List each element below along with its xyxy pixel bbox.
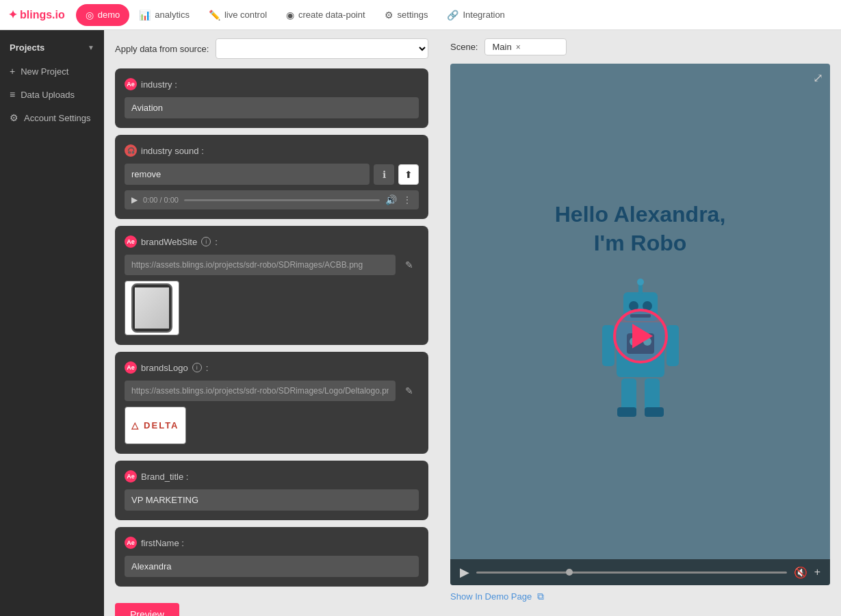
tab-settings-label: settings [398, 10, 428, 20]
brands-logo-field-label: Ae brandsLogo i : [125, 361, 419, 374]
list-icon: ≡ [10, 89, 15, 100]
apply-source-select[interactable] [216, 38, 428, 59]
brand-website-url-input[interactable] [125, 255, 396, 275]
video-container: ⤢ Hello Alexandra, I'm Robo [450, 64, 830, 585]
tab-live-control[interactable]: ✏️ live control [199, 4, 276, 26]
integration-icon: 🔗 [447, 10, 458, 21]
projects-label: Projects [10, 42, 44, 53]
sound-upload-btn[interactable]: ⬆ [398, 164, 419, 185]
brand-website-info-icon[interactable]: i [201, 237, 211, 246]
external-link-icon: ⧉ [537, 591, 544, 602]
brands-logo-label-text: brandsLogo [141, 363, 188, 373]
tab-integration[interactable]: 🔗 Integration [437, 4, 514, 26]
ae-icon: Ae [125, 78, 137, 90]
brand-website-card: Ae brandWebSite i : ✎ [115, 226, 428, 345]
industry-input[interactable] [125, 97, 419, 118]
industry-sound-card: 🎧 industry sound : ℹ ⬆ ▶ 0:00 / 0:00 🔊 ⋮ [115, 135, 428, 219]
brand-website-url-row: ✎ [125, 255, 419, 275]
controls-progress-bar[interactable] [476, 572, 787, 574]
brand-website-field-label: Ae brandWebSite i : [125, 235, 419, 248]
first-name-card: Ae firstName : [115, 527, 428, 587]
brands-logo-url-input[interactable] [125, 381, 396, 401]
tab-create-label: create data-point [298, 10, 365, 20]
scene-close-icon[interactable]: × [516, 42, 521, 52]
settings-icon: ⚙ [385, 10, 393, 21]
brand-website-edit-btn[interactable]: ✎ [400, 255, 419, 274]
expand-icon[interactable]: ⤢ [813, 70, 823, 86]
video-text-line2: I'm Robo [555, 229, 726, 258]
brand-website-image-preview [125, 281, 179, 335]
create-icon: ◉ [286, 10, 294, 21]
play-button[interactable] [613, 309, 668, 363]
right-panel: Scene: Main × ⤢ Hello Alexandra, I'm Rob… [439, 30, 841, 616]
first-name-input[interactable] [125, 556, 419, 577]
live-control-icon: ✏️ [209, 10, 220, 21]
ae-icon-5: Ae [125, 537, 137, 549]
video-text: Hello Alexandra, I'm Robo [555, 201, 726, 257]
play-triangle-icon [632, 324, 653, 348]
brand-website-label-text: brandWebSite [141, 237, 197, 247]
sidebar-item-data-uploads[interactable]: ≡ Data Uploads [0, 83, 104, 106]
industry-sound-field-label: 🎧 industry sound : [125, 144, 419, 157]
audio-volume-icon[interactable]: 🔊 [385, 194, 397, 205]
brands-logo-url-row: ✎ [125, 381, 419, 401]
plus-icon: + [10, 66, 15, 77]
controls-play-icon[interactable]: ▶ [460, 565, 469, 580]
scene-label: Scene: [450, 42, 478, 52]
tab-analytics-label: analytics [155, 10, 190, 20]
brand-title-input[interactable] [125, 489, 419, 511]
scene-value: Main [492, 42, 511, 52]
scene-row: Scene: Main × [450, 38, 830, 55]
first-name-label-text: firstName : [141, 538, 184, 548]
video-controls: ▶ 🔇 + [450, 559, 830, 585]
logo-symbol: ✦ [8, 8, 17, 21]
sound-clear-btn[interactable]: ℹ [374, 164, 394, 185]
new-project-label: New Project [21, 66, 68, 77]
industry-card: Ae industry : [115, 68, 428, 128]
audio-progress-bar [184, 199, 380, 201]
audio-more-icon[interactable]: ⋮ [402, 194, 412, 205]
tab-settings[interactable]: ⚙ settings [375, 4, 438, 26]
sidebar-item-account-settings[interactable]: ⚙ Account Settings [0, 106, 104, 129]
brands-logo-card: Ae brandsLogo i : ✎ △ DELTA [115, 352, 428, 454]
show-in-demo-page[interactable]: Show In Demo Page ⧉ [450, 585, 830, 608]
tab-demo[interactable]: ◎ demo [76, 4, 130, 26]
video-content: ⤢ Hello Alexandra, I'm Robo [450, 64, 830, 559]
audio-player: ▶ 0:00 / 0:00 🔊 ⋮ [125, 190, 419, 209]
industry-sound-label-text: industry sound : [141, 146, 204, 156]
phone-mockup [131, 283, 172, 333]
progress-indicator [566, 569, 573, 576]
phone-screen [135, 287, 169, 329]
sound-input-row: ℹ ⬆ [125, 164, 419, 185]
brand-logo: ✦ blings.io [8, 8, 65, 21]
svg-rect-15 [645, 407, 664, 417]
preview-button[interactable]: Preview [115, 603, 179, 616]
first-name-field-label: Ae firstName : [125, 537, 419, 549]
brands-logo-preview: △ DELTA [125, 407, 186, 444]
demo-page-link-text: Show In Demo Page [450, 591, 532, 602]
logo-text: blings.io [20, 9, 65, 21]
tab-create-data-point[interactable]: ◉ create data-point [276, 4, 375, 26]
left-panel: Apply data from source: Ae industry : 🎧 … [104, 30, 439, 616]
svg-rect-14 [617, 407, 636, 417]
brands-logo-info-icon[interactable]: i [192, 363, 202, 372]
chevron-down-icon: ▼ [88, 44, 94, 51]
tab-analytics[interactable]: 📊 analytics [129, 4, 199, 26]
audio-icon: 🎧 [125, 144, 137, 157]
sidebar-item-new-project[interactable]: + New Project [0, 60, 104, 83]
audio-play-btn[interactable]: ▶ [131, 195, 138, 205]
scene-input[interactable]: Main × [484, 38, 567, 55]
brands-logo-edit-btn[interactable]: ✎ [400, 381, 419, 400]
phone-screen-content [135, 287, 169, 329]
ae-icon-4: Ae [125, 470, 137, 483]
controls-volume-icon[interactable]: 🔇 [794, 566, 807, 579]
industry-label-text: industry : [141, 79, 177, 90]
sound-input[interactable] [125, 164, 370, 185]
tab-integration-label: Integration [463, 10, 504, 20]
ae-icon-3: Ae [125, 361, 137, 374]
top-nav: ✦ blings.io ◎ demo 📊 analytics ✏️ live c… [0, 0, 841, 30]
demo-icon: ◎ [86, 10, 94, 21]
apply-data-row: Apply data from source: [115, 38, 428, 59]
controls-plus-icon[interactable]: + [814, 566, 820, 578]
sidebar-projects-section[interactable]: Projects ▼ [0, 36, 104, 60]
